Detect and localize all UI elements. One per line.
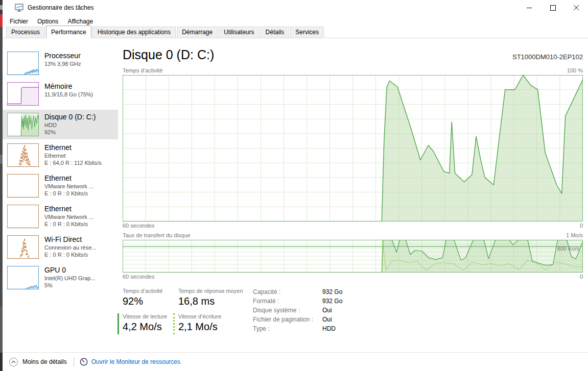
stat-write-speed: Vitesse d’écriture 2,1 Mo/s xyxy=(173,313,253,334)
sidebar-item-sub2: E : 64,0 R : 112 Kbits/s xyxy=(44,160,102,166)
tab-strip: Processus Performance Historique des app… xyxy=(3,27,588,38)
maximize-icon xyxy=(550,5,556,11)
ethernet2-thumbnail-chart xyxy=(7,174,39,197)
sidebar-item-sub: Intel(R) UHD Grap... xyxy=(44,275,96,281)
sidebar-item-sub: Ethernet xyxy=(44,153,102,159)
sidebar-item-memoire[interactable]: Mémoire11,9/15,8 Go (75%) xyxy=(3,79,118,109)
sidebar-item-sub: 13% 3,98 GHz xyxy=(44,61,81,67)
ethernet3-thumbnail-chart xyxy=(7,205,39,228)
sidebar-item-sub2: E : 0 R : 0 Kbits/s xyxy=(44,252,97,258)
disk-performance-panel: Disque 0 (D: C:) ST1000DM010-2EP102 Temp… xyxy=(123,39,583,352)
sidebar-item-title: Ethernet xyxy=(44,174,93,182)
task-manager-window: Gestionnaire des tâches Fichier Options … xyxy=(0,0,588,371)
transfer-chart-max-label: 1 Mo/s xyxy=(566,232,583,238)
stat-label: Vitesse d’écriture xyxy=(178,313,253,319)
performance-sidebar: Processeur13% 3,98 GHz Mémoire11,9/15,8 … xyxy=(3,39,118,352)
disk-transfer-chart: 800 Ko/s xyxy=(123,240,583,273)
detail-value: 932 Go xyxy=(322,298,342,307)
window-title: Gestionnaire des tâches xyxy=(28,4,93,11)
sidebar-item-sub2: E : 0 R : 0 Kbits/s xyxy=(44,221,93,227)
sidebar-item-gpu[interactable]: GPU 0Intel(R) UHD Grap...5% xyxy=(3,263,118,292)
close-icon xyxy=(574,5,579,11)
detail-label: Capacité : xyxy=(253,288,322,298)
sidebar-item-title: Ethernet xyxy=(44,143,102,152)
gpu-thumbnail-chart xyxy=(7,266,39,289)
sliver-red-accent xyxy=(0,14,3,27)
tab-details[interactable]: Détails xyxy=(261,27,290,38)
sidebar-item-title: GPU 0 xyxy=(44,266,96,274)
less-details-button[interactable]: Moins de détails xyxy=(9,358,67,366)
detail-label: Fichier de pagination : xyxy=(253,316,322,325)
menu-fichier[interactable]: Fichier xyxy=(5,16,33,27)
stat-label: Temps de réponse moyen xyxy=(178,288,253,294)
sidebar-item-sub2: 92% xyxy=(44,129,96,135)
sidebar-item-sub: Connexion au rése... xyxy=(44,244,97,251)
detail-value: Oui xyxy=(322,307,342,316)
detail-label: Type : xyxy=(253,325,322,334)
chevron-up-circle-icon xyxy=(9,358,18,366)
activity-xaxis-left: 60 secondes xyxy=(123,222,154,229)
tab-services[interactable]: Services xyxy=(290,27,324,38)
sidebar-item-processeur[interactable]: Processeur13% 3,98 GHz xyxy=(3,48,118,78)
sidebar-item-sub2: 5% xyxy=(44,282,96,288)
sidebar-item-sub: VMware Network ... xyxy=(44,183,93,189)
sidebar-item-sub2: E : 0 R : 0 Kbits/s xyxy=(44,190,93,196)
minimize-icon xyxy=(527,5,532,11)
stat-value: 2,1 Mo/s xyxy=(178,321,253,333)
sidebar-item-ethernet-1[interactable]: EthernetEthernetE : 64,0 R : 112 Kbits/s xyxy=(3,140,118,170)
sidebar-item-ethernet-3[interactable]: EthernetVMware Network ...E : 0 R : 0 Kb… xyxy=(3,202,118,231)
less-details-label: Moins de détails xyxy=(22,358,67,365)
tab-utilisateurs[interactable]: Utilisateurs xyxy=(219,27,259,38)
tab-processus[interactable]: Processus xyxy=(6,27,45,38)
sidebar-item-wifi-direct[interactable]: Wi-Fi DirectConnexion au rése...E : 0 R … xyxy=(3,232,118,262)
sidebar-item-title: Processeur xyxy=(44,52,81,60)
stat-label: Vitesse de lecture xyxy=(123,313,178,319)
sidebar-item-sub: HDD xyxy=(44,122,96,128)
sidebar-item-disque[interactable]: Disque 0 (D: C:)HDD92% xyxy=(3,110,118,139)
sidebar-item-title: Disque 0 (D: C:) xyxy=(44,113,96,121)
sidebar-item-title: Wi-Fi Direct xyxy=(44,235,97,243)
close-button[interactable] xyxy=(565,0,588,15)
tab-performance[interactable]: Performance xyxy=(46,26,91,38)
ethernet1-thumbnail-chart xyxy=(7,143,39,167)
detail-value: 932 Go xyxy=(322,288,342,298)
resource-monitor-icon xyxy=(80,358,88,366)
sidebar-item-sub: 11,9/15,8 Go (75%) xyxy=(44,91,93,97)
open-resource-monitor-link[interactable]: Ouvrir le Moniteur de ressources xyxy=(80,358,180,366)
transfer-ref-label: 800 Ko/s xyxy=(557,245,579,252)
sidebar-item-title: Mémoire xyxy=(44,82,93,90)
footer-separator xyxy=(74,357,74,366)
sidebar-item-sub: VMware Network ... xyxy=(44,214,93,220)
stat-label: Temps d’activité xyxy=(123,288,178,294)
maximize-button[interactable] xyxy=(541,0,565,15)
task-manager-app-icon xyxy=(15,4,23,12)
stat-value: 16,8 ms xyxy=(178,295,253,307)
tab-historique[interactable]: Historique des applications xyxy=(92,27,176,38)
wifi-thumbnail-chart xyxy=(7,235,39,259)
sidebar-item-ethernet-2[interactable]: EthernetVMware Network ...E : 0 R : 0 Kb… xyxy=(3,171,118,201)
cpu-thumbnail-chart xyxy=(7,52,39,75)
transfer-chart-label: Taux de transfert du disque xyxy=(123,232,191,238)
disk-details-table: Capacité :932 Go Formaté :932 Go Disque … xyxy=(253,288,342,334)
menu-options[interactable]: Options xyxy=(33,16,63,27)
open-resource-monitor-label: Ouvrir le Moniteur de ressources xyxy=(91,358,180,365)
stat-value: 92% xyxy=(123,295,178,307)
stat-active-time: Temps d’activité 92% xyxy=(123,288,178,309)
detail-value: Oui xyxy=(322,316,342,325)
transfer-xaxis-left: 60 secondes xyxy=(123,274,154,280)
activity-xaxis-right: 0 xyxy=(580,222,583,229)
detail-label: Formaté : xyxy=(253,298,322,307)
disk-model-label: ST1000DM010-2EP102 xyxy=(512,53,583,62)
titlebar: Gestionnaire des tâches xyxy=(3,0,588,15)
stat-response-time: Temps de réponse moyen 16,8 ms xyxy=(178,288,253,309)
detail-label: Disque système : xyxy=(253,307,322,316)
tab-demarrage[interactable]: Démarrage xyxy=(177,27,218,38)
page-title: Disque 0 (D: C:) xyxy=(123,47,214,62)
minimize-button[interactable] xyxy=(518,0,541,15)
menu-affichage[interactable]: Affichage xyxy=(63,16,98,27)
activity-chart-max-label: 100 % xyxy=(567,67,583,73)
activity-chart-label: Temps d’activité xyxy=(123,67,162,73)
stat-read-speed: Vitesse de lecture 4,2 Mo/s xyxy=(117,313,178,334)
footer-bar: Moins de détails Ouvrir le Moniteur de r… xyxy=(3,352,588,371)
detail-value: HDD xyxy=(322,325,342,334)
